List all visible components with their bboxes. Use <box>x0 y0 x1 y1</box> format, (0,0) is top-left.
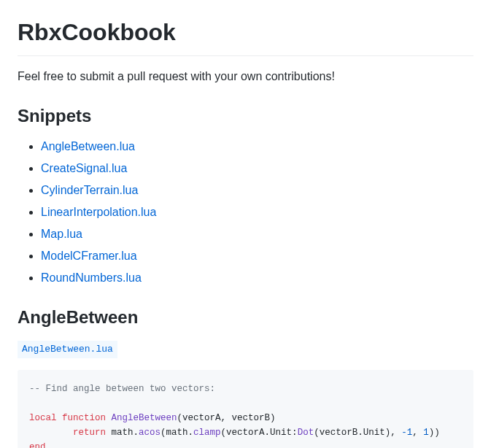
code-text: )) <box>429 428 440 438</box>
code-text: (vectorA, vectorB) <box>177 413 276 423</box>
code-function: AngleBetween <box>112 413 177 423</box>
snippets-heading: Snippets <box>18 103 473 129</box>
code-text <box>29 428 73 438</box>
code-number: -1 <box>401 428 412 438</box>
code-function: clamp <box>193 428 221 438</box>
list-item: CylinderTerrain.lua <box>41 182 473 199</box>
list-item: ModelCFramer.lua <box>41 247 473 265</box>
snippet-link[interactable]: AngleBetween.lua <box>41 140 135 152</box>
code-keyword: function <box>62 413 106 423</box>
code-text: (vectorA.Unit: <box>221 428 298 438</box>
code-comment: -- Find angle between two vectors: <box>29 384 215 394</box>
code-number: 1 <box>423 428 429 438</box>
code-function: acos <box>139 428 161 438</box>
section-heading: AngleBetween <box>18 304 473 331</box>
code-keyword: return <box>73 428 106 438</box>
code-text: (vectorB.Unit), <box>314 428 401 438</box>
code-function: Dot <box>298 428 314 438</box>
list-item: Map.lua <box>41 225 473 243</box>
code-text: (math. <box>161 428 193 438</box>
code-keyword: end <box>29 442 46 449</box>
snippet-link[interactable]: LinearInterpolation.lua <box>41 206 156 218</box>
list-item: RoundNumbers.lua <box>41 269 473 287</box>
snippet-link[interactable]: CreateSignal.lua <box>41 162 127 174</box>
code-keyword: local <box>29 413 57 423</box>
code-text: , <box>412 428 423 438</box>
list-item: AngleBetween.lua <box>41 138 473 155</box>
snippet-link[interactable]: RoundNumbers.lua <box>41 271 142 284</box>
code-text: math. <box>106 428 139 438</box>
list-item: LinearInterpolation.lua <box>41 204 473 221</box>
file-link-box: AngleBetween.lua <box>18 341 117 358</box>
list-item: CreateSignal.lua <box>41 160 473 177</box>
snippet-link[interactable]: ModelCFramer.lua <box>41 250 137 262</box>
code-block: -- Find angle between two vectors: local… <box>18 370 473 449</box>
file-link[interactable]: AngleBetween.lua <box>22 344 113 355</box>
intro-text: Feel free to submit a pull request with … <box>18 68 473 85</box>
snippet-link[interactable]: CylinderTerrain.lua <box>41 184 138 196</box>
page-title: RbxCookbook <box>18 15 473 56</box>
snippet-link[interactable]: Map.lua <box>41 228 82 240</box>
snippets-list: AngleBetween.lua CreateSignal.lua Cylind… <box>18 138 473 287</box>
